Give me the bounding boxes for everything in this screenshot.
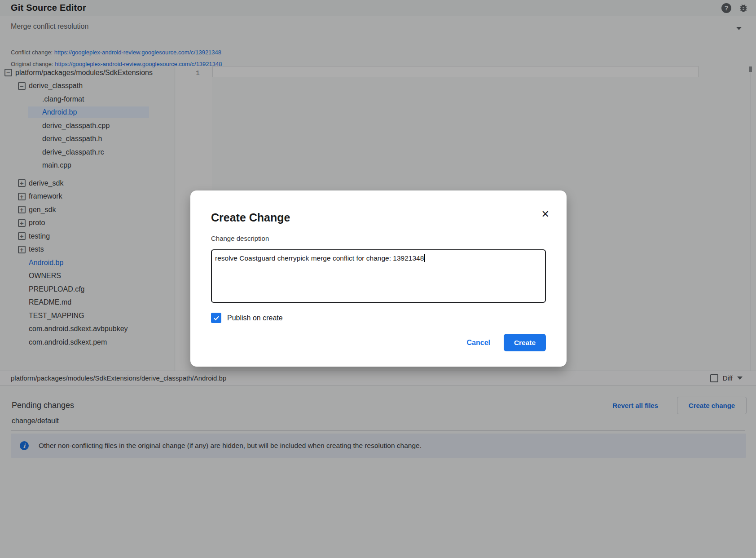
dialog-header: Create Change ✕	[211, 210, 546, 225]
change-description-textarea[interactable]: resolve Coastguard cherrypick merge conf…	[211, 249, 546, 303]
publish-on-create-label: Publish on create	[227, 314, 283, 322]
close-icon[interactable]: ✕	[541, 208, 549, 220]
publish-on-create-row: Publish on create	[211, 313, 546, 323]
git-source-editor-app: Git Source Editor ? Merge conflict resol…	[0, 0, 756, 558]
text-cursor	[424, 254, 425, 262]
publish-on-create-checkbox[interactable]	[211, 313, 221, 323]
change-description-label: Change description	[211, 235, 546, 242]
dialog-title: Create Change	[211, 210, 290, 225]
change-description-value: resolve Coastguard cherrypick merge conf…	[215, 254, 424, 262]
create-button[interactable]: Create	[504, 334, 546, 351]
create-change-dialog: Create Change ✕ Change description resol…	[190, 190, 567, 367]
dialog-actions: Cancel Create	[211, 334, 546, 351]
cancel-button[interactable]: Cancel	[467, 339, 490, 347]
